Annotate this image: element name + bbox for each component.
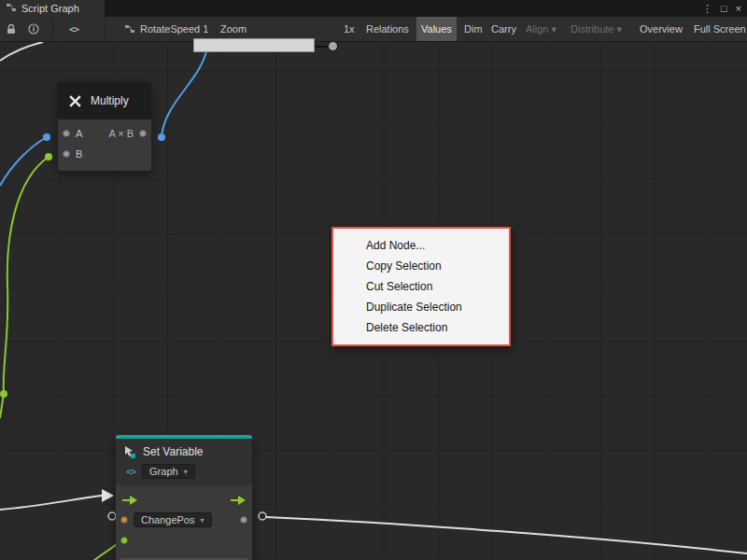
wire-white-in [0,496,102,510]
port-output-value[interactable] [240,516,247,524]
menu-item-cut-selection[interactable]: Cut Selection [333,276,509,297]
toolbar-separator [105,19,106,39]
menu-item-copy-selection[interactable]: Copy Selection [333,256,509,276]
toolbar-separator [52,19,53,39]
title-row: Set Variable [123,442,245,461]
titlebar: Script Graph ⋮ □ × [0,0,747,17]
wire-green-left-tail [0,394,4,418]
node-set-variable[interactable]: Set Variable <> Graph ▾ ChangePos ▾ [116,435,252,560]
flow-out-arrow-icon[interactable] [231,496,246,505]
port-input-value[interactable] [120,537,128,544]
graph-icon [124,23,135,35]
multiply-header[interactable]: Multiply [58,82,151,119]
flow-arrowhead [102,489,114,502]
window-controls: ⋮ □ × [702,0,747,17]
scope-value: Graph [149,466,178,477]
dim-button[interactable]: Dim [459,17,487,41]
overview-button[interactable]: Overview [635,17,687,41]
port-row: B [58,144,151,164]
variable-value: ChangePos [141,514,195,525]
port-output[interactable] [139,130,147,137]
carry-button[interactable]: Carry [486,17,521,41]
node-title: Set Variable [143,445,203,458]
code-view-button[interactable]: <> [69,17,78,41]
values-button[interactable]: Values [416,17,457,41]
distribute-dropdown[interactable]: Distribute ▾ [566,17,627,41]
info-button[interactable] [28,17,39,41]
chevron-down-icon: ▾ [201,516,204,525]
lock-button[interactable] [6,17,17,41]
relations-button[interactable]: Relations [361,17,414,41]
wire-blue-left [0,137,47,186]
port-ring-right[interactable] [259,512,266,520]
zoom-value: 1x [344,17,355,41]
context-menu: Add Node... Copy Selection Cut Selection… [331,227,511,346]
window-menu-icon[interactable]: ⋮ [702,3,712,15]
fullscreen-button[interactable]: Full Screen [689,17,747,41]
node-title: Multiply [91,94,129,107]
port-row: A A × B [58,123,151,144]
port-label-b: B [76,148,82,160]
tab-script-graph[interactable]: Script Graph [0,0,105,17]
multiply-icon [68,94,82,108]
wire-white-topleft [0,42,43,61]
variable-dropdown[interactable]: ChangePos ▾ [134,512,212,527]
flow-row [116,491,252,510]
set-variable-header[interactable]: Set Variable <> Graph ▾ [116,439,252,485]
set-variable-icon [123,445,136,458]
port-input-b[interactable] [63,150,70,158]
wire-green-left [4,157,49,394]
port-label-out: A × B [108,128,134,139]
variable-row: ChangePos ▾ [116,510,252,530]
port-input-a[interactable] [63,130,70,137]
port-ring-left[interactable] [108,512,116,520]
script-graph-icon [6,2,17,15]
input-row [116,530,252,551]
info-icon [28,23,39,35]
close-icon[interactable]: × [736,3,741,14]
flow-in-arrow-icon[interactable] [122,496,137,505]
floating-panel [193,38,315,52]
align-dropdown[interactable]: Align ▾ [521,17,561,41]
graph-name: RotateSpeed 1 [140,23,208,35]
lock-icon [6,23,17,35]
port-label-a: A [76,128,82,139]
set-variable-body: ChangePos ▾ [116,485,252,560]
wire-endpoint-blue [158,133,165,141]
code-icon: <> [126,467,135,477]
wire-white-out [266,517,747,553]
zoom-slider-knob[interactable] [328,41,338,51]
scope-dropdown[interactable]: Graph ▾ [142,464,195,479]
menu-item-delete-selection[interactable]: Delete Selection [333,317,509,338]
menu-item-duplicate-selection[interactable]: Duplicate Selection [333,297,509,317]
graph-toolbar: <> RotateSpeed 1 Zoom 1x Relations Value… [0,17,747,42]
code-icon: <> [69,24,78,35]
maximize-icon[interactable]: □ [721,3,727,14]
multiply-body: A A × B B [58,119,151,171]
node-multiply[interactable]: Multiply A A × B B [58,82,151,171]
scope-row: <> Graph ▾ [123,463,245,480]
port-variable-name[interactable] [120,516,128,524]
tab-title: Script Graph [21,3,79,14]
chevron-down-icon: ▾ [184,468,188,476]
wire-blue-top [162,42,208,136]
menu-item-add-node[interactable]: Add Node... [333,235,509,256]
